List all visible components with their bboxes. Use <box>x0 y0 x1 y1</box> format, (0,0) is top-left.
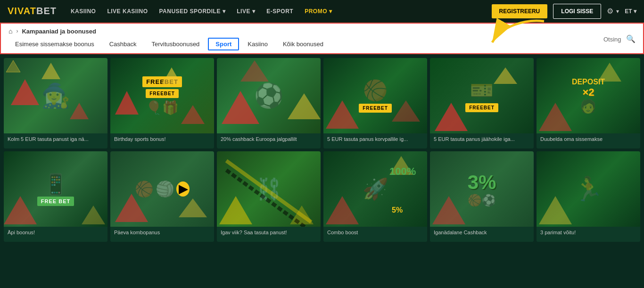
card-graphic-8: 🏀 🏐 ▶ <box>110 151 214 227</box>
promo-card-1[interactable]: 🧙‍♀️ Kolm 5 EUR tasuta panust iga nä... <box>4 58 107 148</box>
card-image-4: 🏀 FREEBET <box>323 58 427 133</box>
logo[interactable]: VIVATBET <box>8 6 57 16</box>
breadcrumb: ⌂ › Kampaaniad ja boonused <box>8 27 636 35</box>
basketball-icon: 🏀 <box>135 180 154 198</box>
card-image-3: ⚽ <box>217 58 321 133</box>
tab-cashback[interactable]: Cashback <box>103 39 143 49</box>
deposit-label: DEPOSIT <box>572 78 605 86</box>
svg-marker-19 <box>115 194 148 222</box>
svg-marker-18 <box>82 206 105 224</box>
svg-marker-21 <box>219 196 252 224</box>
soccer-icon: ⚽ <box>254 82 283 109</box>
player-icon: 🏃 <box>574 175 603 203</box>
tab-koik-boonused[interactable]: Kõik boonused <box>276 39 330 49</box>
promo-card-12[interactable]: 🏃 3 parimat võitu! <box>537 151 640 242</box>
tab-esimese-sissemakse[interactable]: Esimese sissemakse boonus <box>8 39 101 49</box>
character-icon: 🧙‍♀️ <box>41 82 70 109</box>
basketball-content: 🏀 FREEBET <box>359 79 392 113</box>
svg-marker-30 <box>539 196 572 224</box>
tab-tervitusboonused[interactable]: Tervitusboonused <box>145 39 206 49</box>
promo-card-10[interactable]: 100% 5% 🚀 Combo boost <box>323 151 427 242</box>
nav-kasiino[interactable]: KASIINO <box>66 8 101 15</box>
promo-card-5[interactable]: 🎫 FREEBET 5 EUR tasuta panus jäähokile i… <box>430 58 534 148</box>
promo-card-8[interactable]: 🏀 🏐 ▶ Päeva kombopanus <box>110 151 214 242</box>
svg-marker-17 <box>4 196 37 224</box>
person-icon: 🧑 <box>580 99 596 114</box>
gear-icon[interactable]: ⚙ <box>607 7 613 16</box>
card-graphic-3: ⚽ <box>217 58 321 133</box>
card-title-4: 5 EUR tasuta panus korvpallile ig... <box>323 133 427 148</box>
freebet-badge-2: FREEBET <box>146 89 179 98</box>
svg-marker-25 <box>326 196 359 224</box>
svg-marker-5 <box>115 91 139 115</box>
card-image-11: 3% 🏀⚽ <box>430 151 534 227</box>
basketball-icon: 🏀 <box>363 79 388 102</box>
svg-marker-3 <box>41 63 60 79</box>
freebet-badge: FREEBET <box>142 76 182 87</box>
search-button[interactable]: 🔍 <box>626 34 636 43</box>
svg-text:100%: 100% <box>389 165 416 177</box>
promo-card-4[interactable]: 🏀 FREEBET 5 EUR tasuta panus korvpallile… <box>323 58 427 148</box>
hockey-content: 🎫 FREEBET <box>465 79 498 112</box>
nav-live-kasiino[interactable]: LIVE KASIINO <box>102 8 152 15</box>
register-button[interactable]: REGISTREERU <box>492 4 548 18</box>
card-image-2: FREEBET FREEBET 🎈🎁 <box>110 58 214 133</box>
svg-marker-26 <box>389 156 413 175</box>
nav-promo[interactable]: PROMO ▾ <box>300 8 337 15</box>
cashback-content: 3% 🏀⚽ <box>468 171 496 207</box>
home-icon[interactable]: ⌂ <box>8 27 12 35</box>
card-image-10: 100% 5% 🚀 <box>323 151 427 227</box>
svg-marker-15 <box>539 103 572 131</box>
card-graphic-4: 🏀 FREEBET <box>323 58 427 133</box>
nav-panused-spordile[interactable]: PANUSED SPORDILE ▾ <box>154 8 230 15</box>
promo-card-2[interactable]: FREEBET FREEBET 🎈🎁 Birthday sports bonus… <box>110 58 214 148</box>
chevron-down-icon: ▾ <box>223 8 226 15</box>
card-graphic-1: 🧙‍♀️ <box>4 58 107 133</box>
promo-card-9[interactable]: ⛓️ Igav viik? Saa tasuta panust! <box>217 151 321 242</box>
svg-marker-13 <box>435 103 468 131</box>
card-image-5: 🎫 FREEBET <box>430 58 534 133</box>
card-title-7: Äpi boonus! <box>4 227 107 242</box>
svg-marker-9 <box>288 93 321 119</box>
card-title-9: Igav viik? Saa tasuta panust! <box>217 227 321 242</box>
chevron-down-icon: ▾ <box>252 8 256 15</box>
svg-marker-11 <box>326 100 359 129</box>
chevron-down-icon: ▾ <box>616 8 619 15</box>
tab-kasiino[interactable]: Kasiino <box>241 39 274 49</box>
svg-marker-22 <box>290 206 314 224</box>
svg-marker-1 <box>11 79 39 105</box>
promo-card-11[interactable]: 3% 🏀⚽ Iganädalane Cashback <box>430 151 534 242</box>
card-title-2: Birthday sports bonus! <box>110 133 214 148</box>
navbar: VIVATBET KASIINO LIVE KASIINO PANUSED SP… <box>0 0 644 23</box>
svg-marker-29 <box>432 196 465 224</box>
nav-esport[interactable]: E-SPORT <box>262 8 298 15</box>
promo-card-3[interactable]: ⚽ 20% cashback Euroopa jalgpallilt <box>217 58 321 148</box>
live-badge: ▶ <box>176 181 190 197</box>
card-title-6: Duubelda oma sissemakse <box>537 133 640 148</box>
filter-tabs: Esimese sissemakse boonus Cashback Tervi… <box>8 38 636 50</box>
tab-sport[interactable]: Sport <box>208 38 239 50</box>
balls-content: 🏀 🏐 ▶ <box>135 180 190 198</box>
deposit-content: DEPOSIT ×2 🧑 <box>572 78 605 114</box>
login-button[interactable]: LOGI SISSE <box>553 4 601 19</box>
nav-live[interactable]: LIVE ▾ <box>232 8 260 15</box>
card-image-6: DEPOSIT ×2 🧑 <box>537 58 640 133</box>
card-graphic-2: FREEBET FREEBET 🎈🎁 <box>110 58 214 133</box>
card-image-12: 🏃 <box>537 151 640 227</box>
svg-marker-10 <box>240 60 269 82</box>
search-area: Otsing 🔍 <box>603 34 636 43</box>
chevron-down-icon: ▾ <box>634 8 636 15</box>
breadcrumb-separator: › <box>16 28 18 34</box>
card-title-1: Kolm 5 EUR tasuta panust iga nä... <box>4 133 107 148</box>
card-title-3: 20% cashback Euroopa jalgpallilt <box>217 133 321 148</box>
freebet-badge: FREEBET <box>465 103 498 112</box>
phone-icon: 📱 <box>43 173 68 196</box>
svg-marker-4 <box>6 60 20 72</box>
card-image-9: ⛓️ <box>217 151 321 227</box>
svg-marker-6 <box>181 105 205 124</box>
promo-card-6[interactable]: DEPOSIT ×2 🧑 Duubelda oma sissemakse <box>537 58 640 148</box>
language-selector[interactable]: ET ▾ <box>625 8 636 15</box>
card-graphic-12: 🏃 <box>537 151 640 227</box>
promo-grid: 🧙‍♀️ Kolm 5 EUR tasuta panust iga nä... … <box>0 54 644 246</box>
promo-card-7[interactable]: 📱 FREE BET Äpi boonus! <box>4 151 107 242</box>
